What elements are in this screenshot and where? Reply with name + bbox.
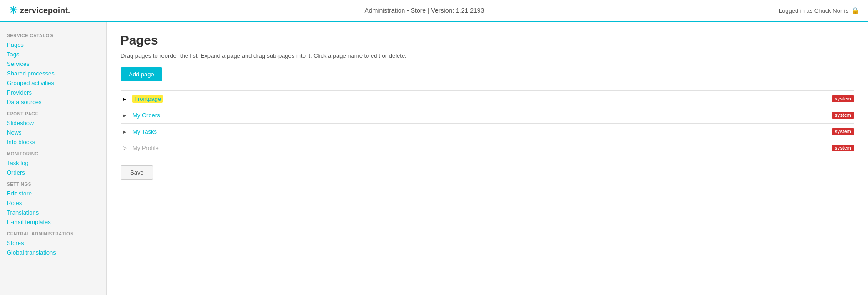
page-row-my-profile: ▷My Profilesystem: [121, 140, 854, 156]
page-name-my-profile: My Profile: [132, 145, 159, 151]
logo-icon: ✳: [9, 5, 17, 16]
sidebar-item-stores[interactable]: Stores: [0, 238, 106, 248]
main-content: Pages Drag pages to reorder the list. Ex…: [107, 22, 868, 295]
page-row-my-orders: ►My Orderssystem: [121, 107, 854, 124]
page-title: Pages: [121, 33, 854, 48]
expand-btn-frontpage[interactable]: ►: [121, 95, 129, 103]
sidebar-section-label-settings: SETTINGS: [0, 177, 106, 189]
sidebar-item-news[interactable]: News: [0, 128, 106, 137]
sidebar-item-tags[interactable]: Tags: [0, 50, 106, 59]
sidebar-item-task-log[interactable]: Task log: [0, 158, 106, 168]
sidebar-item-roles[interactable]: Roles: [0, 198, 106, 208]
sidebar-item-services[interactable]: Services: [0, 59, 106, 69]
sidebar-section-label-monitoring: MONITORING: [0, 147, 106, 158]
sidebar-item-email-templates[interactable]: E-mail templates: [0, 217, 106, 227]
page-row-frontpage: ►Frontpagesystem: [121, 91, 854, 107]
page-row-left-my-profile: ▷My Profile: [121, 144, 159, 152]
page-row-left-frontpage: ►Frontpage: [121, 95, 163, 103]
page-row-my-tasks: ►My Taskssystem: [121, 124, 854, 140]
expand-btn-my-profile[interactable]: ▷: [121, 144, 129, 152]
user-label: Logged in as Chuck Norris: [779, 7, 848, 14]
sidebar-section-label-front-page: FRONT PAGE: [0, 107, 106, 118]
header-user: Logged in as Chuck Norris 🔒: [779, 7, 859, 14]
page-name-my-orders[interactable]: My Orders: [132, 112, 160, 119]
sidebar-section-label-central-administration: CENTRAL ADMINISTRATION: [0, 227, 106, 238]
lock-icon: 🔒: [851, 7, 859, 14]
sidebar-item-info-blocks[interactable]: Info blocks: [0, 137, 106, 147]
pages-list: ►Frontpagesystem►My Orderssystem►My Task…: [121, 90, 854, 156]
layout: SERVICE CATALOGPagesTagsServicesShared p…: [0, 22, 868, 295]
system-badge-my-tasks: system: [832, 128, 854, 135]
sidebar-item-translations[interactable]: Translations: [0, 208, 106, 217]
sidebar-section-label-service-catalog: SERVICE CATALOG: [0, 29, 106, 40]
sidebar-item-providers[interactable]: Providers: [0, 88, 106, 97]
system-badge-frontpage: system: [832, 95, 854, 102]
logo: ✳ zervicepoint.: [9, 5, 70, 16]
sidebar-item-data-sources[interactable]: Data sources: [0, 97, 106, 107]
expand-btn-my-tasks[interactable]: ►: [121, 128, 129, 136]
expand-btn-my-orders[interactable]: ►: [121, 111, 129, 120]
page-description: Drag pages to reorder the list. Expand a…: [121, 52, 854, 59]
page-name-my-tasks[interactable]: My Tasks: [132, 128, 157, 135]
sidebar-item-orders[interactable]: Orders: [0, 168, 106, 177]
sidebar-item-pages[interactable]: Pages: [0, 40, 106, 50]
logo-text: zervicepoint.: [20, 6, 70, 15]
page-name-frontpage[interactable]: Frontpage: [132, 95, 163, 103]
header: ✳ zervicepoint. Administration - Store |…: [0, 0, 868, 22]
sidebar-item-slideshow[interactable]: Slideshow: [0, 118, 106, 128]
sidebar-item-edit-store[interactable]: Edit store: [0, 189, 106, 198]
system-badge-my-profile: system: [832, 145, 854, 151]
add-page-button[interactable]: Add page: [121, 67, 162, 81]
sidebar-item-grouped-activities[interactable]: Grouped activities: [0, 78, 106, 88]
save-button[interactable]: Save: [121, 165, 153, 180]
sidebar-item-shared-processes[interactable]: Shared processes: [0, 69, 106, 78]
sidebar: SERVICE CATALOGPagesTagsServicesShared p…: [0, 22, 107, 295]
sidebar-item-global-translations[interactable]: Global translations: [0, 248, 106, 257]
page-row-left-my-tasks: ►My Tasks: [121, 128, 157, 136]
page-row-left-my-orders: ►My Orders: [121, 111, 160, 120]
system-badge-my-orders: system: [832, 112, 854, 119]
header-title: Administration - Store | Version: 1.21.2…: [365, 7, 484, 14]
